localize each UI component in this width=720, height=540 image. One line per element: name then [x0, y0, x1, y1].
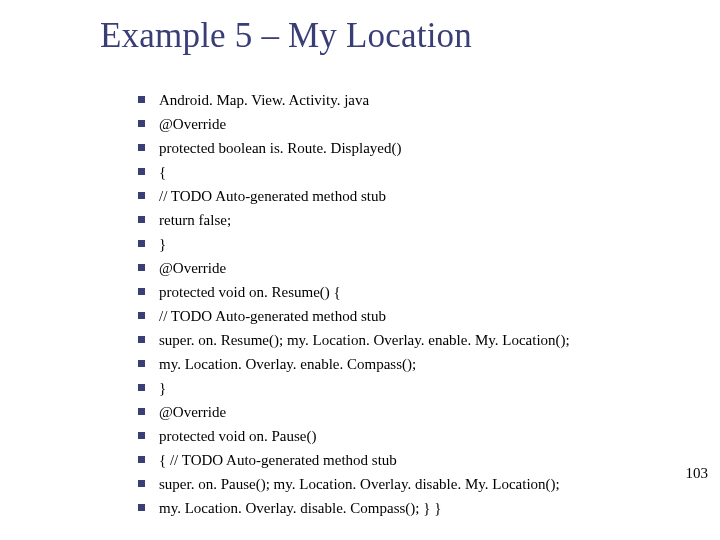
list-item-text: // TODO Auto‐generated method stub [159, 306, 678, 327]
square-bullet-icon [138, 336, 145, 343]
body-list: Android. Map. View. Activity. java @Over… [138, 90, 678, 522]
square-bullet-icon [138, 216, 145, 223]
square-bullet-icon [138, 456, 145, 463]
square-bullet-icon [138, 168, 145, 175]
list-item-text: { // TODO Auto‐generated method stub [159, 450, 678, 471]
list-item: my. Location. Overlay. enable. Compass()… [138, 354, 678, 375]
list-item-text: @Override [159, 114, 678, 135]
list-item-text: Android. Map. View. Activity. java [159, 90, 678, 111]
list-item-text: my. Location. Overlay. enable. Compass()… [159, 354, 678, 375]
square-bullet-icon [138, 240, 145, 247]
list-item: @Override [138, 402, 678, 423]
page-number: 103 [686, 465, 709, 482]
list-item-text: super. on. Pause(); my. Location. Overla… [159, 474, 678, 495]
slide-title: Example 5 – My Location [100, 16, 472, 56]
list-item-text: @Override [159, 402, 678, 423]
list-item: protected void on. Resume() { [138, 282, 678, 303]
square-bullet-icon [138, 480, 145, 487]
square-bullet-icon [138, 360, 145, 367]
list-item: } [138, 234, 678, 255]
list-item-text: my. Location. Overlay. disable. Compass(… [159, 498, 678, 519]
list-item-text: super. on. Resume(); my. Location. Overl… [159, 330, 678, 351]
list-item: @Override [138, 258, 678, 279]
list-item: return false; [138, 210, 678, 231]
square-bullet-icon [138, 144, 145, 151]
list-item: protected void on. Pause() [138, 426, 678, 447]
list-item-text: return false; [159, 210, 678, 231]
list-item: Android. Map. View. Activity. java [138, 90, 678, 111]
square-bullet-icon [138, 192, 145, 199]
list-item: { // TODO Auto‐generated method stub [138, 450, 678, 471]
list-item: @Override [138, 114, 678, 135]
list-item: { [138, 162, 678, 183]
list-item-text: protected boolean is. Route. Displayed() [159, 138, 678, 159]
square-bullet-icon [138, 264, 145, 271]
list-item: my. Location. Overlay. disable. Compass(… [138, 498, 678, 519]
square-bullet-icon [138, 288, 145, 295]
list-item: super. on. Pause(); my. Location. Overla… [138, 474, 678, 495]
list-item-text: @Override [159, 258, 678, 279]
list-item: // TODO Auto‐generated method stub [138, 306, 678, 327]
list-item: } [138, 378, 678, 399]
list-item-text: // TODO Auto‐generated method stub [159, 186, 678, 207]
list-item-text: { [159, 162, 678, 183]
list-item: // TODO Auto‐generated method stub [138, 186, 678, 207]
list-item-text: protected void on. Resume() { [159, 282, 678, 303]
square-bullet-icon [138, 432, 145, 439]
square-bullet-icon [138, 96, 145, 103]
list-item: protected boolean is. Route. Displayed() [138, 138, 678, 159]
square-bullet-icon [138, 408, 145, 415]
list-item-text: } [159, 234, 678, 255]
square-bullet-icon [138, 504, 145, 511]
list-item-text: protected void on. Pause() [159, 426, 678, 447]
list-item-text: } [159, 378, 678, 399]
square-bullet-icon [138, 120, 145, 127]
square-bullet-icon [138, 312, 145, 319]
square-bullet-icon [138, 384, 145, 391]
list-item: super. on. Resume(); my. Location. Overl… [138, 330, 678, 351]
